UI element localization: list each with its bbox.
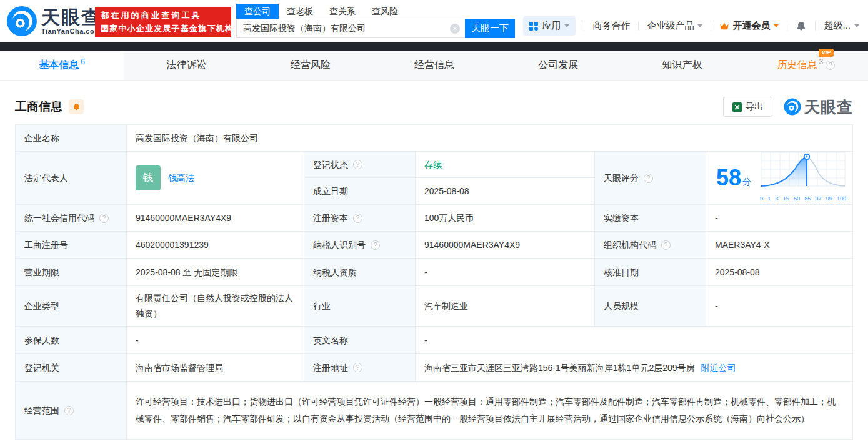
nav-divider bbox=[787, 21, 787, 31]
monitor-bell-icon[interactable] bbox=[69, 99, 84, 114]
nav-enterprise-products[interactable]: 企业级产品 bbox=[647, 20, 702, 32]
promo-banner: 都在用的商业查询工具 国家中小企业发展子基金旗下机构 bbox=[95, 7, 231, 37]
company-type-value: 有限责任公司（自然人投资或控股的法人独资） bbox=[127, 286, 304, 327]
help-icon[interactable] bbox=[644, 174, 653, 183]
help-icon[interactable] bbox=[826, 61, 835, 70]
nearby-companies-link[interactable]: 附近公司 bbox=[701, 361, 736, 375]
vip-badge: VIP bbox=[819, 49, 834, 57]
score-label: 天眼评分 bbox=[595, 152, 706, 205]
establish-date-label: 成立日期 bbox=[304, 178, 416, 205]
chevron-down-icon bbox=[774, 24, 779, 27]
insured-count-value: - bbox=[127, 327, 304, 354]
nav-apps[interactable]: 应用 bbox=[523, 16, 576, 36]
tab-label: 历史信息 bbox=[777, 59, 817, 72]
establish-date-value: 2025-08-08 bbox=[416, 178, 595, 205]
insured-count-label: 参保人数 bbox=[16, 327, 127, 354]
excel-icon bbox=[732, 102, 742, 112]
tab-history-info[interactable]: VIP 历史信息 3 bbox=[744, 51, 868, 80]
org-code-value: MAER3AY4-X bbox=[706, 232, 852, 259]
apps-grid-icon bbox=[529, 22, 538, 31]
help-icon[interactable] bbox=[371, 240, 380, 250]
taxpayer-quality-label: 纳税人资质 bbox=[304, 259, 416, 286]
search-area: 查公司 查老板 查关系 查风险 天眼一下 bbox=[236, 4, 515, 38]
legal-rep-label: 法定代表人 bbox=[16, 152, 127, 205]
industry-label: 行业 bbox=[304, 286, 416, 327]
reg-status-label: 登记状态 bbox=[304, 152, 416, 178]
english-name-label: 英文名称 bbox=[304, 327, 416, 354]
search-tab-company[interactable]: 查公司 bbox=[236, 4, 279, 19]
paid-capital-value: - bbox=[706, 205, 852, 232]
paid-capital-label: 实缴资本 bbox=[595, 205, 706, 232]
search-tab-relation[interactable]: 查关系 bbox=[321, 4, 364, 19]
reg-number-value: 460200001391239 bbox=[127, 232, 304, 259]
nav-divider bbox=[815, 21, 816, 31]
export-label: 导出 bbox=[746, 101, 763, 112]
search-button[interactable]: 天眼一下 bbox=[465, 19, 515, 38]
tab-label: 经营风险 bbox=[291, 59, 331, 72]
clear-search-icon[interactable] bbox=[450, 24, 460, 34]
score-curve-chart: 0131550859799100 bbox=[760, 151, 846, 205]
score-axis-ticks: 0131550859799100 bbox=[760, 192, 846, 205]
business-scope-value: 许可经营项目：技术进出口；货物进出口（许可经营项目凭许可证件经营）一般经营项目：… bbox=[127, 382, 852, 439]
search-input[interactable] bbox=[237, 19, 465, 37]
watermark-brand-text: 天眼查 bbox=[804, 97, 853, 117]
score-unit: 分 bbox=[742, 175, 751, 189]
help-icon[interactable] bbox=[64, 406, 74, 415]
legal-rep-avatar: 钱 bbox=[136, 165, 161, 190]
notification-bell-icon[interactable] bbox=[796, 21, 807, 32]
chevron-down-icon bbox=[697, 24, 702, 27]
search-tabs: 查公司 查老板 查关系 查风险 bbox=[236, 4, 515, 19]
help-icon[interactable] bbox=[99, 214, 109, 223]
industry-value: 汽车制造业 bbox=[416, 286, 595, 327]
logo-domain-text: TianYanCha.com bbox=[41, 27, 101, 35]
tab-label: 法律诉讼 bbox=[166, 59, 206, 72]
company-name-value: 高发国际投资（海南）有限公司 bbox=[127, 125, 852, 152]
tab-legal-proceedings[interactable]: 法律诉讼 bbox=[124, 51, 248, 80]
tab-operation-risk[interactable]: 经营风险 bbox=[249, 51, 372, 80]
legal-rep-link[interactable]: 钱高法 bbox=[168, 171, 194, 185]
chevron-down-icon bbox=[854, 24, 859, 27]
reg-address-value: 海南省三亚市天涯区三亚湾路156-1号美丽新海岸1栋1单元2层209号房 附近公… bbox=[416, 354, 852, 382]
tab-operation-info[interactable]: 经营信息 bbox=[372, 51, 496, 80]
section-title: 工商信息 bbox=[15, 99, 62, 115]
search-tab-risk[interactable]: 查风险 bbox=[364, 4, 406, 19]
org-code-label: 组织机构代码 bbox=[595, 232, 706, 259]
legal-rep-value: 钱 钱高法 bbox=[127, 152, 304, 205]
nav-divider bbox=[638, 21, 639, 31]
help-icon[interactable] bbox=[353, 160, 362, 169]
export-button[interactable]: 导出 bbox=[723, 97, 772, 117]
approval-date-value: 2025-08-08 bbox=[706, 259, 852, 286]
business-term-label: 营业期限 bbox=[16, 259, 127, 286]
chevron-down-icon bbox=[564, 24, 569, 27]
tab-label: 基本信息 bbox=[39, 59, 79, 72]
taxpayer-id-label: 纳税人识别号 bbox=[304, 232, 416, 259]
tab-basic-info[interactable]: 基本信息 6 bbox=[0, 51, 124, 80]
staff-size-value: - bbox=[706, 286, 852, 327]
tianyancha-logo[interactable]: 天眼查 TianYanCha.com bbox=[6, 6, 101, 37]
reg-address-label: 注册地址 bbox=[304, 354, 416, 382]
nav-super-vip[interactable]: 超级... bbox=[824, 20, 859, 32]
tab-count: 6 bbox=[81, 57, 85, 66]
credit-code-value: 91460000MAER3AY4X9 bbox=[127, 205, 304, 232]
help-icon[interactable] bbox=[661, 240, 671, 250]
nav-divider bbox=[584, 21, 584, 31]
promo-banner-line2: 国家中小企业发展子基金旗下机构 bbox=[101, 22, 226, 35]
nav-cooperation[interactable]: 商务合作 bbox=[592, 20, 630, 32]
crown-icon bbox=[719, 22, 729, 31]
nav-enterprise-label: 企业级产品 bbox=[647, 20, 694, 32]
nav-apps-label: 应用 bbox=[542, 20, 561, 32]
nav-divider bbox=[711, 21, 711, 31]
credit-code-label: 统一社会信用代码 bbox=[16, 205, 127, 232]
nav-open-vip[interactable]: 开通会员 bbox=[719, 20, 779, 32]
search-tab-boss[interactable]: 查老板 bbox=[279, 4, 321, 19]
tab-company-development[interactable]: 公司发展 bbox=[496, 51, 620, 80]
reg-authority-value: 海南省市场监督管理局 bbox=[127, 354, 304, 382]
reg-capital-label: 注册资本 bbox=[304, 205, 416, 232]
reg-capital-value: 100万人民币 bbox=[416, 205, 595, 232]
tab-intellectual-property[interactable]: 知识产权 bbox=[620, 51, 744, 80]
tianyancha-watermark: 天眼查 bbox=[784, 97, 853, 117]
page-tabs: 基本信息 6 法律诉讼 经营风险 经营信息 公司发展 知识产权 VIP 历史信息… bbox=[0, 51, 868, 81]
top-header: 天眼查 TianYanCha.com 都在用的商业查询工具 国家中小企业发展子基… bbox=[0, 0, 868, 42]
help-icon[interactable] bbox=[353, 363, 362, 372]
help-icon[interactable] bbox=[353, 214, 362, 223]
